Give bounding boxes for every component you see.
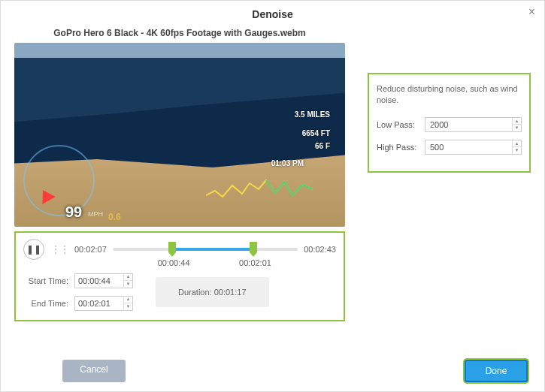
timeline-panel: ❚❚ ⋮⋮ 00:02:07 00:00:44 00:02:01 00:02:4… (14, 231, 345, 321)
current-time: 00:02:07 (74, 245, 107, 254)
high-pass-down-icon[interactable]: ▼ (513, 147, 521, 154)
high-pass-label: High Pass: (377, 143, 420, 152)
speed-value: 99 (65, 204, 82, 221)
settings-description: Reduce disturbing noise, such as wind no… (377, 83, 522, 107)
file-name: GoPro Hero 6 Black - 4K 60fps Footage wi… (14, 28, 345, 38)
timeline-track[interactable]: 00:00:44 00:02:01 (113, 248, 298, 251)
cancel-button[interactable]: Cancel (62, 360, 126, 382)
trim-end-label: 00:02:01 (239, 258, 271, 267)
end-time-value: 00:02:01 (75, 299, 123, 308)
elevation-graph (206, 174, 319, 204)
start-time-label: Start Time: (23, 276, 68, 285)
close-icon[interactable]: × (528, 5, 535, 19)
end-time-down-icon[interactable]: ▼ (124, 303, 132, 311)
overlay-time: 01:03 PM (271, 159, 304, 167)
end-time-up-icon[interactable]: ▲ (124, 296, 132, 303)
duration-display: Duration: 00:01:17 (156, 277, 269, 307)
start-time-up-icon[interactable]: ▲ (124, 273, 132, 281)
pause-button[interactable]: ❚❚ (23, 239, 44, 260)
timeline-grip-icon: ⋮⋮ (50, 243, 68, 255)
speed-unit: MPH (88, 210, 103, 218)
compass-gauge (23, 145, 95, 216)
dialog-title: Denoise (1, 1, 544, 28)
alt-small: 0.6 (108, 212, 121, 222)
high-pass-input[interactable]: 500 ▲ ▼ (425, 140, 522, 155)
done-button[interactable]: Done (465, 360, 528, 382)
trim-handle-start[interactable] (168, 242, 176, 252)
denoise-settings: Reduce disturbing noise, such as wind no… (368, 73, 531, 173)
low-pass-label: Low Pass: (377, 120, 420, 129)
low-pass-value: 2000 (425, 118, 512, 131)
overlay-alt2: 66 F (315, 142, 330, 150)
low-pass-up-icon[interactable]: ▲ (513, 118, 521, 125)
total-time: 00:02:43 (304, 245, 336, 254)
overlay-distance: 3.5 MILES (295, 110, 330, 119)
end-time-label: End Time: (23, 299, 68, 308)
low-pass-input[interactable]: 2000 ▲ ▼ (425, 117, 522, 132)
start-time-down-icon[interactable]: ▼ (124, 281, 132, 288)
end-time-input[interactable]: 00:02:01 ▲ ▼ (74, 296, 133, 311)
high-pass-value: 500 (425, 140, 512, 154)
start-time-value: 00:00:44 (75, 276, 123, 285)
video-preview[interactable]: 99 MPH 0.6 3.5 MILES 6654 FT 66 F 01:03 … (14, 43, 345, 227)
start-time-input[interactable]: 00:00:44 ▲ ▼ (74, 273, 133, 288)
trim-start-label: 00:00:44 (158, 258, 190, 267)
trim-handle-end[interactable] (250, 242, 257, 252)
high-pass-up-icon[interactable]: ▲ (513, 140, 521, 147)
overlay-alt: 6654 FT (302, 129, 330, 137)
low-pass-down-icon[interactable]: ▼ (513, 125, 521, 131)
